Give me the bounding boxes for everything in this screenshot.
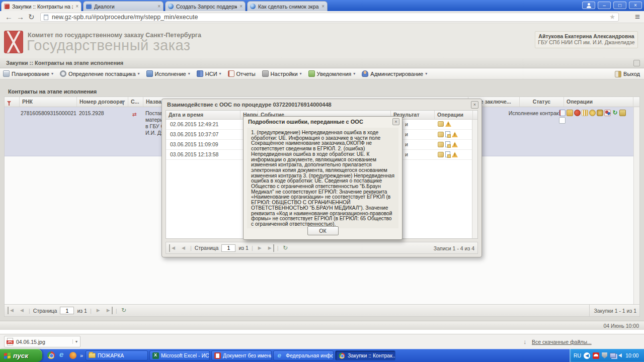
start-button[interactable]: пуск: [0, 349, 42, 362]
clear-filter-column[interactable]: [5, 97, 20, 107]
package-icon[interactable]: [438, 152, 444, 157]
exchange-icon[interactable]: ⇄: [132, 111, 137, 117]
next-page-icon[interactable]: ▶: [256, 244, 264, 252]
tab-dialogs[interactable]: Диалоги ×: [83, 1, 164, 11]
collapse-icon[interactable]: [633, 60, 640, 66]
seal-icon[interactable]: [619, 110, 626, 116]
reload-icon[interactable]: ↻: [28, 12, 35, 23]
back-icon[interactable]: ←: [5, 12, 13, 23]
page-input[interactable]: [221, 244, 235, 252]
refresh-icon[interactable]: ↻: [120, 307, 128, 314]
document-icon[interactable]: [445, 131, 450, 137]
refresh-icon[interactable]: ↻: [282, 244, 289, 252]
folder-icon[interactable]: [567, 110, 573, 116]
menu-item-notifications[interactable]: Уведомления ▾: [308, 68, 356, 79]
menu-item-settings[interactable]: Настройки ▾: [262, 68, 302, 79]
package-icon[interactable]: [438, 142, 444, 147]
document-icon[interactable]: [559, 117, 566, 124]
menu-item-reports[interactable]: Отчеты: [228, 68, 256, 79]
cell-datetime: 03.06.2015 10:37:07: [170, 131, 218, 137]
warning-icon[interactable]: [452, 152, 458, 157]
funnel-icon[interactable]: [7, 101, 11, 104]
report-icon[interactable]: [559, 110, 566, 116]
page-input[interactable]: [60, 307, 74, 314]
task-document[interactable]: Документ без имени...: [211, 350, 272, 360]
document-icon[interactable]: [445, 141, 450, 147]
menu-item-supplier-determination[interactable]: Определение поставщика ▾: [60, 68, 139, 79]
chevron-down-icon[interactable]: ▾: [72, 339, 77, 344]
warning-icon[interactable]: [452, 142, 458, 147]
tab-close-icon[interactable]: ×: [75, 4, 78, 9]
forward-icon[interactable]: →: [17, 12, 24, 23]
volume-icon[interactable]: [618, 353, 622, 357]
tab-close-icon[interactable]: ×: [157, 4, 160, 9]
close-button[interactable]: ×: [629, 2, 642, 9]
column-operations[interactable]: Операции: [435, 111, 473, 119]
overflow-chevron-icon[interactable]: »: [80, 352, 83, 358]
chrome-menu-icon[interactable]: ≡: [635, 12, 640, 23]
menu-item-planning[interactable]: Планирование ▾: [3, 68, 53, 79]
people-icon[interactable]: [604, 110, 611, 116]
close-downloads-icon[interactable]: ×: [578, 334, 581, 349]
download-item[interactable]: JPG 04.06.15.jpg ▾: [4, 336, 80, 347]
sync-icon[interactable]: ↻: [612, 110, 618, 116]
profile-icon[interactable]: [582, 2, 595, 9]
task-folder[interactable]: ПОЖАРКА: [86, 350, 148, 360]
network-icon[interactable]: [610, 353, 616, 358]
events-scrollbar[interactable]: [472, 120, 477, 238]
tab-support-request[interactable]: Создать Запрос поддержк ×: [165, 1, 246, 11]
column-contract-number[interactable]: Номер договора: [77, 97, 128, 107]
shield-icon[interactable]: [602, 352, 607, 358]
logout-button[interactable]: Выход: [615, 68, 640, 79]
antivirus-icon[interactable]: [593, 352, 599, 359]
prev-page-icon[interactable]: ◀: [180, 244, 187, 252]
column-s[interactable]: С...: [128, 97, 143, 107]
minimize-button[interactable]: –: [598, 2, 611, 9]
column-status[interactable]: Статус: [520, 97, 564, 107]
next-page-icon[interactable]: ▶: [95, 307, 102, 314]
restore-button[interactable]: □: [613, 2, 626, 9]
url-text[interactable]: new.gz-spb.ru/#po/procedure/my/stepp_min…: [52, 13, 198, 21]
task-excel[interactable]: Microsoft Excel - ИСТ...: [149, 350, 210, 360]
address-bar[interactable]: new.gz-spb.ru/#po/procedure/my/stepp_min…: [40, 13, 619, 22]
last-page-icon[interactable]: ▶: [105, 307, 113, 314]
tab-screenshot-howto[interactable]: Как сделать снимок экран ×: [247, 1, 328, 11]
menu-item-nsi[interactable]: НСИ ▾: [197, 68, 221, 79]
tray-clock[interactable]: 10:00: [625, 352, 638, 358]
tray-chevron-icon[interactable]: ◀: [584, 352, 590, 359]
ok-button[interactable]: ОК: [307, 226, 339, 235]
warning-icon[interactable]: [445, 121, 451, 127]
stop-icon[interactable]: [574, 110, 581, 116]
firefox-icon[interactable]: [69, 352, 76, 359]
eagle-emblem-icon[interactable]: [597, 110, 603, 116]
chrome-icon[interactable]: [47, 351, 55, 359]
package-icon[interactable]: [438, 121, 444, 127]
filter-icon[interactable]: [121, 101, 125, 103]
all-downloads-link[interactable]: Все скачанные файлы...: [532, 334, 592, 349]
column-rnk[interactable]: РНК: [20, 97, 77, 107]
grid-scrollbar[interactable]: [633, 107, 639, 304]
menu-item-administration[interactable]: Администрирование ▾: [362, 68, 427, 79]
close-icon[interactable]: ×: [392, 118, 399, 125]
task-federal-site[interactable]: Федеральная инфор...: [273, 350, 334, 360]
tab-close-icon[interactable]: ×: [239, 4, 243, 9]
column-datetime[interactable]: Дата и время: [166, 111, 240, 119]
tab-procurement[interactable]: Закупки :: Контракты на э ×: [1, 1, 82, 11]
last-page-icon[interactable]: ▶: [267, 244, 274, 252]
coins-icon[interactable]: [589, 110, 596, 116]
menu-item-execution[interactable]: Исполнение ▾: [146, 68, 190, 79]
task-procurement[interactable]: Закупки :: Контрак...: [335, 350, 395, 360]
package-icon[interactable]: [438, 132, 444, 137]
bookmark-star-icon[interactable]: ★: [609, 13, 615, 21]
close-icon[interactable]: ×: [471, 101, 478, 109]
chart-icon[interactable]: [582, 110, 588, 116]
language-indicator[interactable]: RU: [574, 352, 581, 358]
first-page-icon[interactable]: ◀: [8, 307, 15, 314]
tab-close-icon[interactable]: ×: [321, 4, 325, 9]
first-page-icon[interactable]: ◀: [169, 244, 177, 252]
ie-icon[interactable]: [58, 351, 66, 359]
document-icon[interactable]: [445, 151, 450, 157]
warning-icon[interactable]: [452, 132, 458, 137]
column-operations[interactable]: Операции: [564, 97, 633, 107]
prev-page-icon[interactable]: ◀: [18, 307, 26, 314]
